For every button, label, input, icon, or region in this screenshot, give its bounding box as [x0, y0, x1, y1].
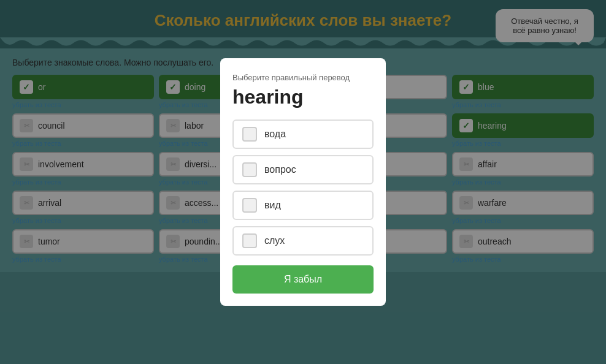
forgot-button[interactable]: Я забыл — [232, 265, 374, 294]
option-icon — [242, 127, 257, 142]
answer-option-voda[interactable]: вода — [232, 119, 374, 149]
option-icon — [242, 162, 257, 177]
modal-title: Выберите правильный перевод — [232, 73, 374, 82]
option-text: вопрос — [264, 164, 296, 175]
option-text: вид — [264, 200, 281, 211]
modal-dialog: Выберите правильный перевод hearing вода… — [220, 58, 386, 306]
option-text: слух — [264, 235, 285, 246]
answer-option-slukh[interactable]: слух — [232, 226, 374, 256]
option-icon — [242, 198, 257, 213]
option-text: вода — [264, 129, 286, 140]
option-icon — [242, 233, 257, 248]
answer-option-vopros[interactable]: вопрос — [232, 155, 374, 184]
modal-overlay[interactable]: Выберите правильный перевод hearing вода… — [0, 0, 606, 364]
background-page: Сколько английских слов вы знаете? Отвеч… — [0, 0, 606, 364]
answer-option-vid[interactable]: вид — [232, 191, 374, 220]
modal-word: hearing — [232, 86, 374, 108]
